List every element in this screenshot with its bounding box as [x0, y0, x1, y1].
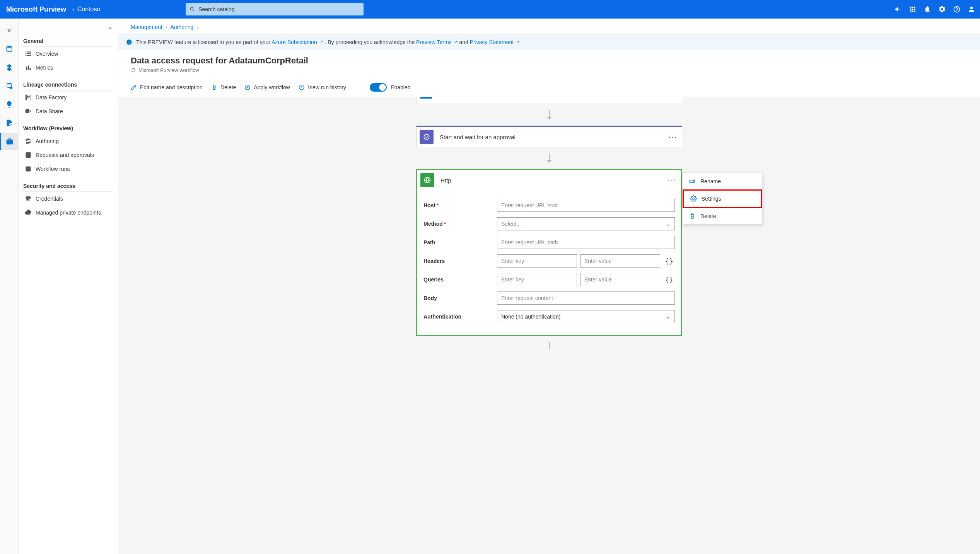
iconrail-data-map[interactable] — [0, 59, 19, 76]
chart-icon — [25, 64, 32, 71]
approval-step-card[interactable]: Start and wait for an approval ··· — [416, 126, 682, 147]
apps-icon[interactable] — [909, 5, 917, 13]
auth-select[interactable]: None (no authentication) ⌄ — [497, 310, 675, 323]
gear-icon[interactable] — [938, 5, 946, 13]
breadcrumb-item[interactable]: Authoring — [170, 24, 193, 30]
stub-indicator — [420, 97, 432, 99]
header-key-input[interactable] — [497, 254, 577, 268]
body-input[interactable] — [497, 291, 675, 305]
sidebar-item-data-share[interactable]: Data Share — [23, 104, 113, 118]
workflow-canvas[interactable]: Start and wait for an approval ··· Http … — [118, 97, 980, 554]
sidebar-item-metrics[interactable]: Metrics — [23, 61, 113, 75]
toolbar-separator — [358, 82, 358, 93]
queries-label: Queries — [423, 276, 497, 283]
path-input[interactable] — [497, 236, 675, 249]
http-icon — [420, 173, 434, 187]
previous-step-stub[interactable] — [416, 97, 682, 104]
host-label: Host — [423, 202, 435, 208]
iconrail-data-estate[interactable] — [0, 77, 19, 94]
preview-link-subscription[interactable]: Azure Subscription — [271, 39, 323, 45]
header-value-input[interactable] — [580, 254, 660, 268]
sidebar-label: Metrics — [36, 65, 53, 71]
share-icon — [25, 108, 32, 115]
sidebar: « General Overview Metrics Lineage conne… — [19, 19, 118, 554]
http-step-menu[interactable]: ··· — [668, 176, 676, 185]
pencil-icon — [131, 84, 137, 90]
sidebar-item-data-factory[interactable]: Data Factory — [23, 90, 113, 104]
main-content: Management › Authoring › This PREVIEW fe… — [118, 19, 980, 554]
sidebar-label: Workflow runs — [36, 166, 70, 172]
sidebar-collapse-button[interactable]: « — [23, 25, 113, 31]
iconrail-data-catalog[interactable] — [0, 40, 19, 57]
megaphone-icon[interactable] — [894, 5, 902, 13]
delete-button[interactable]: Delete — [211, 84, 236, 90]
iconrail-policy[interactable] — [0, 114, 19, 131]
edit-button[interactable]: Edit name and description — [131, 84, 203, 90]
breadcrumb-caret-icon: › — [72, 6, 74, 12]
sidebar-item-authoring[interactable]: Authoring — [23, 134, 113, 148]
search-container[interactable] — [186, 3, 364, 15]
flow-arrow — [545, 147, 553, 169]
sidebar-item-managed-endpoints[interactable]: Managed private endpoints — [23, 206, 113, 220]
sidebar-item-requests[interactable]: Requests and approvals — [23, 148, 113, 162]
iconrail-management[interactable] — [0, 133, 19, 150]
plus-circle-icon — [244, 84, 251, 90]
factory-icon — [25, 94, 32, 101]
query-value-input[interactable] — [580, 273, 660, 286]
svg-point-13 — [693, 198, 695, 200]
chevron-down-icon: ⌄ — [666, 221, 671, 227]
context-settings[interactable]: Settings — [683, 189, 762, 208]
preview-link-privacy[interactable]: Privacy Statement — [470, 39, 520, 45]
trash-icon — [211, 84, 217, 90]
toolbar: Edit name and description Delete Apply w… — [118, 78, 980, 97]
sidebar-item-credentials[interactable]: Credentials — [23, 192, 113, 206]
host-input[interactable] — [497, 199, 675, 212]
org-name[interactable]: Contoso — [77, 6, 101, 13]
cycle-icon — [25, 138, 32, 145]
sidebar-label: Authoring — [36, 138, 59, 144]
sidebar-label: Overview — [36, 51, 58, 57]
topbar-actions — [894, 5, 980, 13]
sidebar-label: Managed private endpoints — [36, 210, 101, 216]
iconrail-expand[interactable]: » — [0, 22, 19, 39]
header-code-button[interactable]: {} — [663, 257, 675, 265]
apply-workflow-button[interactable]: Apply workflow — [244, 84, 290, 90]
preview-link-terms[interactable]: Preview Terms — [416, 39, 458, 45]
sidebar-section-workflow: Workflow (Preview) — [23, 123, 113, 134]
preview-banner: This PREVIEW feature is licensed to you … — [118, 34, 980, 50]
svg-point-8 — [28, 196, 31, 199]
sidebar-item-overview[interactable]: Overview — [23, 47, 113, 61]
approval-step-menu[interactable]: ··· — [668, 133, 677, 141]
view-history-button[interactable]: View run history — [299, 84, 346, 90]
body-label: Body — [423, 295, 497, 301]
breadcrumb: Management › Authoring › — [118, 19, 980, 34]
context-rename[interactable]: Rename — [683, 173, 762, 189]
search-input[interactable] — [198, 6, 360, 12]
query-code-button[interactable]: {} — [663, 276, 675, 284]
search-icon — [190, 6, 195, 12]
trash-icon — [689, 213, 696, 220]
query-key-input[interactable] — [497, 273, 577, 286]
bell-icon[interactable] — [924, 5, 931, 13]
help-icon[interactable] — [953, 5, 961, 13]
context-delete[interactable]: Delete — [683, 208, 762, 224]
method-label: Method — [423, 221, 443, 227]
http-step-card[interactable]: Http ··· Host* Method* Select... ⌄ — [416, 169, 682, 336]
sidebar-section-security: Security and access — [23, 181, 113, 192]
preview-text: . By proceeding you acknowledge the — [324, 39, 416, 45]
breadcrumb-item[interactable]: Management — [131, 24, 162, 30]
enabled-toggle[interactable] — [370, 83, 387, 92]
svg-point-0 — [7, 46, 12, 48]
sidebar-item-workflow-runs[interactable]: Workflow runs — [23, 162, 113, 176]
approval-icon — [420, 130, 434, 144]
flow-arrow — [545, 336, 553, 352]
sidebar-label: Data Factory — [36, 94, 67, 101]
top-header: Microsoft Purview › Contoso — [0, 0, 980, 19]
flow-arrow — [545, 104, 553, 126]
iconrail-insights[interactable] — [0, 96, 19, 113]
user-icon[interactable] — [968, 5, 975, 13]
http-step-title: Http — [440, 177, 451, 184]
method-select[interactable]: Select... ⌄ — [497, 217, 675, 230]
sidebar-label: Data Share — [36, 108, 63, 114]
svg-point-7 — [26, 196, 28, 199]
